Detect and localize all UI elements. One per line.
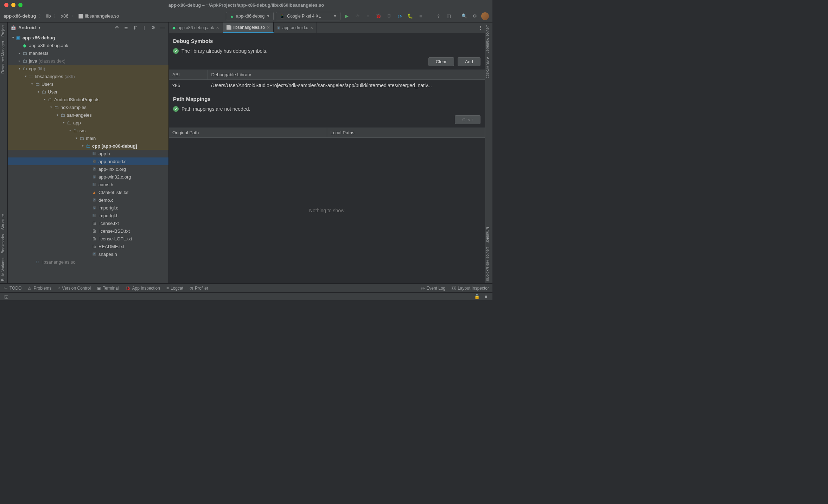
sync-gradle-button[interactable]: ⇪: [434, 12, 442, 20]
tree-arrow-icon[interactable]: ▾: [11, 36, 15, 39]
device-manager-tool-tab[interactable]: Device Manager: [485, 22, 491, 55]
breadcrumb-item[interactable]: lib: [46, 13, 51, 19]
notifications-icon[interactable]: ■: [483, 294, 489, 299]
tree-node[interactable]: ▾🗀src: [8, 127, 168, 134]
tree-arrow-icon[interactable]: ▾: [80, 144, 85, 148]
tree-arrow-icon[interactable]: ▾: [68, 129, 72, 132]
tree-node[interactable]: ▾▣app-x86-debug: [8, 34, 168, 41]
close-tab-icon[interactable]: ×: [310, 25, 313, 31]
tree-node[interactable]: ▾🗀app: [8, 119, 168, 127]
close-tab-icon[interactable]: ×: [216, 25, 219, 31]
apply-code-button[interactable]: ≡: [364, 12, 372, 20]
breadcrumb-item[interactable]: x86: [61, 13, 68, 19]
tree-node[interactable]: 🗎license-BSD.txt: [8, 227, 168, 235]
editor-tab-so[interactable]: libsanangeles.so ×: [223, 22, 274, 33]
tree-node[interactable]: ▾🗀ndk-samples: [8, 103, 168, 111]
tree-node[interactable]: 🗎license.txt: [8, 219, 168, 227]
lock-icon[interactable]: 🔒: [474, 294, 480, 299]
event-log-tool-button[interactable]: ◎Event Log: [421, 286, 445, 291]
layout-inspector-tool-button[interactable]: ⿴Layout Inspector: [452, 286, 489, 291]
close-window-button[interactable]: [4, 3, 8, 7]
tool-windows-button[interactable]: ◱: [4, 294, 9, 299]
run-configuration-selector[interactable]: ▲ app-x86-debug ▼: [226, 12, 274, 20]
structure-tool-tab[interactable]: Structure: [0, 212, 6, 232]
project-view-selector[interactable]: 🤖 Android ▼: [11, 25, 41, 30]
app-inspection-tool-button[interactable]: 🐞App Inspection: [125, 286, 160, 291]
tree-arrow-icon[interactable]: ▾: [74, 136, 79, 140]
tree-node[interactable]: ◆app-x86-debug.apk: [8, 41, 168, 49]
problems-tool-button[interactable]: ⚠Problems: [28, 286, 51, 291]
editor-tab-c[interactable]: c app-android.c ×: [274, 22, 317, 33]
tree-arrow-icon[interactable]: ▾: [49, 105, 53, 109]
tree-arrow-icon[interactable]: ▾: [61, 121, 66, 124]
emulator-tool-tab[interactable]: Emulator: [485, 225, 491, 245]
breadcrumb-root[interactable]: app-x86-debug: [4, 13, 36, 19]
tree-arrow-icon[interactable]: ▾: [36, 90, 41, 93]
project-tree[interactable]: ▾▣app-x86-debug◆app-x86-debug.apk▸🗀manif…: [8, 33, 168, 283]
tree-node[interactable]: ▾🗀Users: [8, 80, 168, 88]
run-button[interactable]: ▶: [343, 12, 351, 20]
debug-symbols-clear-button[interactable]: Clear: [428, 57, 454, 66]
tree-node[interactable]: 🗎license-LGPL.txt: [8, 235, 168, 243]
tree-arrow-icon[interactable]: ▾: [23, 75, 28, 78]
tree-node[interactable]: cimportgl.c: [8, 204, 168, 212]
tree-arrow-icon[interactable]: ▾: [30, 82, 34, 86]
tree-node[interactable]: cdemo.c: [8, 196, 168, 204]
stop-button[interactable]: ■: [416, 12, 425, 20]
tree-node[interactable]: himportgl.h: [8, 212, 168, 219]
debug-symbols-add-button[interactable]: Add: [458, 57, 480, 66]
tree-node[interactable]: ▾∷libsanangeles (x86): [8, 72, 168, 80]
bookmarks-tool-tab[interactable]: Bookmarks: [0, 232, 6, 256]
close-tab-icon[interactable]: ×: [267, 25, 270, 30]
expand-all-button[interactable]: ≣: [123, 25, 129, 31]
apply-changes-button[interactable]: ⟳: [353, 12, 362, 20]
tree-arrow-icon[interactable]: ▾: [42, 98, 47, 101]
profiler-button[interactable]: ◔: [395, 12, 404, 20]
minimize-window-button[interactable]: [11, 3, 15, 7]
select-opened-file-button[interactable]: ⊕: [114, 25, 120, 31]
profiler-tool-button[interactable]: ◔Profiler: [190, 286, 208, 291]
device-file-explorer-tool-tab[interactable]: Device File Explorer: [485, 245, 491, 283]
tree-node[interactable]: ▾🗀san-angeles: [8, 111, 168, 119]
tree-node[interactable]: ▾🗀main: [8, 134, 168, 142]
tree-node[interactable]: capp-linx.c.org: [8, 165, 168, 173]
tree-node[interactable]: hshapes.h: [8, 250, 168, 258]
tree-node[interactable]: happ.h: [8, 150, 168, 157]
tree-node[interactable]: ▾🗀cpp [app-x86-debug]: [8, 142, 168, 150]
editor-tab-apk[interactable]: ◆ app-x86-debug.apk ×: [169, 22, 223, 33]
tree-node[interactable]: ▸🗀java (classes.dex): [8, 57, 168, 65]
debug-button[interactable]: 🐞: [374, 12, 383, 20]
search-button[interactable]: 🔍: [460, 12, 469, 20]
table-row[interactable]: x86 /Users/User/AndroidStudioProjects/nd…: [169, 80, 485, 91]
tree-node[interactable]: ▾🗀cpp (lib): [8, 65, 168, 72]
breadcrumb-leaf[interactable]: libsanangeles.so: [85, 13, 119, 19]
tree-node[interactable]: hcams.h: [8, 181, 168, 188]
tree-arrow-icon[interactable]: ▸: [17, 51, 22, 55]
project-tool-tab[interactable]: Project: [0, 22, 6, 39]
todo-tool-button[interactable]: ≔TODO: [4, 286, 21, 291]
tree-node[interactable]: 🗎README.txt: [8, 243, 168, 250]
logcat-tool-button[interactable]: ≡Logcat: [166, 286, 183, 291]
tree-node[interactable]: ▾🗀User: [8, 88, 168, 96]
maximize-window-button[interactable]: [18, 3, 23, 7]
attach-debugger-button[interactable]: 🐛: [406, 12, 414, 20]
tree-arrow-icon[interactable]: ▸: [17, 59, 22, 63]
tree-node[interactable]: ▸🗀manifests: [8, 49, 168, 57]
tree-node[interactable]: ∷libsanangeles.so: [8, 258, 168, 266]
user-avatar[interactable]: [481, 12, 489, 20]
settings-button[interactable]: ⚙: [471, 12, 479, 20]
tree-node[interactable]: ▲CMakeLists.txt: [8, 188, 168, 196]
panel-settings-button[interactable]: ⚙: [150, 25, 157, 31]
device-selector[interactable]: 📱 Google Pixel 4 XL ▼: [276, 12, 340, 20]
tree-arrow-icon[interactable]: ▾: [17, 67, 22, 70]
terminal-tool-button[interactable]: ▣Terminal: [97, 286, 119, 291]
coverage-button[interactable]: ⛨: [385, 12, 393, 20]
avd-manager-button[interactable]: ◫: [445, 12, 453, 20]
resource-manager-tool-tab[interactable]: Resource Manager: [0, 39, 6, 76]
tree-node[interactable]: capp-android.c: [8, 157, 168, 165]
path-mappings-clear-button[interactable]: Clear: [455, 115, 480, 124]
tree-node[interactable]: ▾🗀AndroidStudioProjects: [8, 96, 168, 103]
version-control-tool-button[interactable]: ⑂Version Control: [58, 286, 91, 291]
tree-arrow-icon[interactable]: ▾: [55, 113, 60, 117]
hide-panel-button[interactable]: —: [159, 25, 166, 31]
